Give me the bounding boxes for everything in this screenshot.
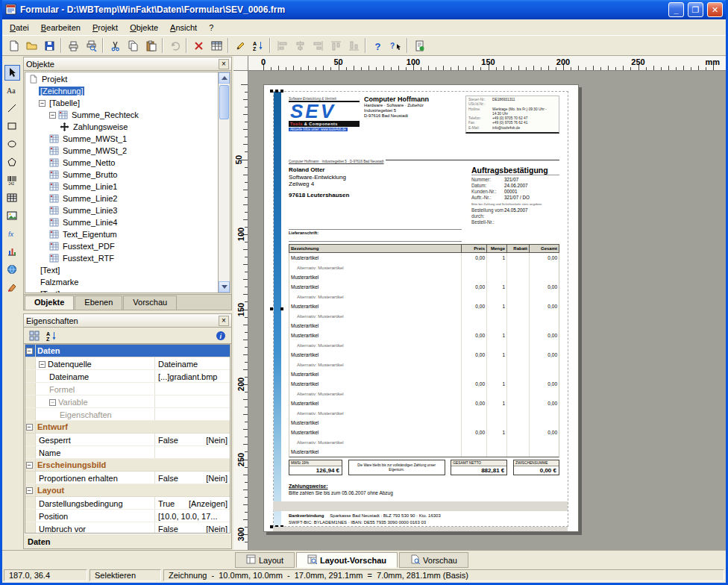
menu-ansicht[interactable]: Ansicht [164, 21, 203, 34]
tree-item-summe-linie3[interactable]: Summe_Linie3 [25, 204, 218, 216]
tree-item-falzmarke[interactable]: Falzmarke [25, 276, 218, 288]
property-row-dateiname[interactable]: Dateiname[...]gradiant.bmp [25, 370, 230, 383]
tree-item-summe-mwst-2[interactable]: Summe_MWSt_2 [25, 145, 218, 157]
scroll-up-button[interactable] [219, 72, 230, 84]
property-row-formel[interactable]: Formel [25, 383, 230, 395]
tree-item-summe-linie1[interactable]: Summe_Linie1 [25, 181, 218, 193]
category-expander-icon[interactable]: − [25, 345, 36, 357]
category-expander-icon[interactable]: − [25, 421, 36, 433]
document-page[interactable]: Software Entwicklung & Vertrieb SEV Tool… [263, 84, 579, 532]
image-tool-button[interactable] [4, 208, 20, 224]
tree-item-text-eigentum[interactable]: Text_Eigentum [25, 228, 218, 240]
menu-help[interactable]: ? [203, 21, 219, 34]
close-button[interactable]: ✕ [707, 2, 723, 17]
property-category-layout[interactable]: −Layout [25, 484, 230, 497]
globe-tool-button[interactable] [4, 262, 20, 278]
scroll-down-button[interactable] [219, 281, 230, 292]
tree-expander-icon[interactable]: − [49, 112, 56, 119]
align-left-button[interactable] [273, 37, 291, 54]
property-value[interactable]: False[Nein] [155, 434, 230, 445]
property-row-variable[interactable]: −Variable [25, 395, 230, 408]
property-value[interactable] [155, 408, 230, 420]
property-value[interactable] [155, 446, 230, 458]
tab-objekte[interactable]: Objekte [25, 295, 74, 310]
property-value[interactable]: Dateiname [155, 357, 230, 369]
new-button[interactable] [4, 37, 22, 54]
menu-objekte[interactable]: Objekte [124, 21, 164, 34]
tree-item-tabelle[interactable]: −[Tabelle] [25, 97, 218, 109]
property-row-darstellungsbedingung[interactable]: DarstellungsbedingungTrue[Anzeigen] [25, 497, 230, 510]
property-value[interactable]: [...]gradiant.bmp [155, 370, 230, 382]
property-row-position[interactable]: Position[10.0, 10.0, 17... [25, 510, 230, 522]
tab-ebenen[interactable]: Ebenen [75, 295, 122, 310]
property-expander-icon[interactable]: − [49, 399, 56, 406]
property-value[interactable]: True[Anzeigen] [155, 497, 230, 509]
menu-bearbeiten[interactable]: Bearbeiten [35, 21, 87, 34]
selection-handle[interactable] [270, 307, 273, 310]
property-row-name[interactable]: Name [25, 446, 230, 459]
tab-layout[interactable]: Layout [235, 552, 295, 568]
property-row-proportionen-erhalten[interactable]: Proportionen erhaltenFalse[Nein] [25, 472, 230, 484]
polygon-tool-button[interactable] [4, 154, 20, 170]
property-category-entwurf[interactable]: −Entwurf [25, 421, 230, 434]
tab-vorschau[interactable]: Vorschau [123, 295, 177, 310]
menu-projekt[interactable]: Projekt [87, 21, 124, 34]
selection-handle[interactable] [275, 90, 278, 93]
minimize-button[interactable]: _ [668, 2, 684, 17]
tree-item-fusstext-pdf[interactable]: Fusstext_PDF [25, 240, 218, 252]
insert-table-button[interactable] [207, 37, 225, 54]
tree-item-summe-linie2[interactable]: Summe_Linie2 [25, 193, 218, 204]
paint-tool-button[interactable] [4, 280, 20, 295]
chart-tool-button[interactable] [4, 244, 20, 260]
align-right-button[interactable] [309, 37, 327, 54]
object-info-button[interactable] [410, 37, 428, 54]
property-row-eigenschaften[interactable]: Eigenschaften [25, 408, 230, 421]
property-category-daten[interactable]: −Daten [25, 345, 230, 357]
scrollbar-track[interactable] [219, 84, 230, 281]
sort-alphabetical-button[interactable]: AZ [44, 329, 59, 342]
tree-item-summe-mwst-1[interactable]: Summe_MWSt_1 [25, 133, 218, 145]
print-button[interactable] [64, 37, 82, 54]
maximize-button[interactable]: ❐ [688, 2, 703, 17]
tree-item-summe-netto[interactable]: Summe_Netto [25, 157, 218, 169]
text-tool-button[interactable]: Aa [4, 83, 20, 98]
property-category-erscheinungsbild[interactable]: −Erscheinungsbild [25, 459, 230, 472]
tree-item-summe-linie4[interactable]: Summe_Linie4 [25, 216, 218, 228]
category-expander-icon[interactable]: − [25, 459, 36, 471]
tree-item-text[interactable]: [Text] [25, 264, 218, 276]
align-bottom-button[interactable] [345, 37, 363, 54]
categorized-view-button[interactable] [27, 329, 42, 342]
selection-handle[interactable] [280, 307, 283, 310]
paste-button[interactable] [142, 37, 160, 54]
property-value[interactable]: [10.0, 10.0, 17... [155, 510, 230, 522]
close-panel-icon[interactable]: × [219, 316, 229, 326]
property-value[interactable]: False[Nein] [155, 472, 230, 484]
sort-button[interactable]: AZ [249, 37, 267, 54]
menu-datei[interactable]: Datei [4, 21, 35, 34]
tree-item-zeichnung[interactable]: [Zeichnung] [25, 85, 218, 97]
property-row-umbruch-vor[interactable]: Umbruch vorFalse[Nein] [25, 522, 230, 534]
print-preview-button[interactable] [82, 37, 100, 54]
barcode-tool-button[interactable]: 242 [4, 172, 20, 188]
delete-button[interactable] [189, 37, 207, 54]
line-tool-button[interactable] [4, 101, 20, 116]
context-help-button[interactable]: ? [386, 37, 404, 54]
property-expander-icon[interactable]: − [39, 361, 46, 368]
tree-item-fusstext-rtf[interactable]: Fusstext_RTF [25, 252, 218, 264]
copy-button[interactable] [124, 37, 142, 54]
tree-item-summe-brutto[interactable]: Summe_Brutto [25, 169, 218, 181]
property-value[interactable] [155, 395, 230, 407]
cut-button[interactable] [106, 37, 124, 54]
info-icon[interactable]: i [213, 329, 228, 342]
save-button[interactable] [40, 37, 58, 54]
property-value[interactable]: False[Nein] [155, 522, 230, 534]
tree-item-zahlungsweise[interactable]: Zahlungsweise [25, 121, 218, 133]
property-value[interactable] [155, 383, 230, 395]
table-tool-button[interactable] [4, 190, 20, 206]
rectangle-tool-button[interactable] [4, 119, 20, 134]
open-button[interactable] [22, 37, 40, 54]
ellipse-tool-button[interactable] [4, 137, 20, 152]
undo-button[interactable] [166, 37, 183, 54]
edit-formula-button[interactable] [231, 37, 249, 54]
close-panel-icon[interactable]: × [219, 59, 229, 69]
